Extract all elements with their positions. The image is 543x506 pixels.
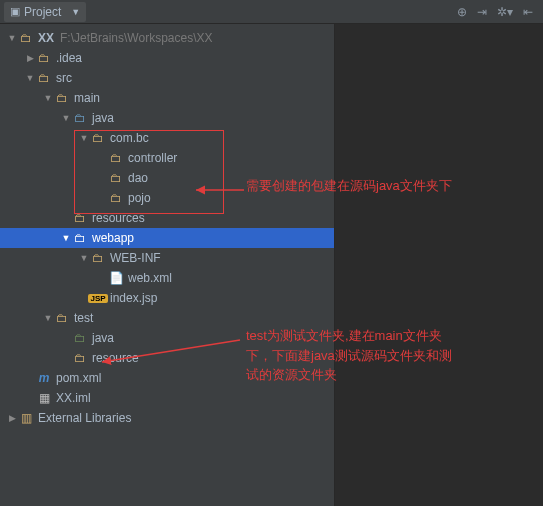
node-label: pom.xml (56, 371, 101, 385)
node-label: .idea (56, 51, 82, 65)
resources-folder-icon: 🗀 (72, 211, 88, 225)
expand-icon[interactable] (42, 93, 54, 103)
tree-webinf[interactable]: 🗀 WEB-INF (0, 248, 334, 268)
tree-external-libraries[interactable]: ▥ External Libraries (0, 408, 334, 428)
tree-test[interactable]: 🗀 test (0, 308, 334, 328)
folder-icon: 🗀 (72, 231, 88, 245)
annotation-text: 需要创建的包建在源码java文件夹下 (246, 178, 452, 193)
node-label: controller (128, 151, 177, 165)
node-label: index.jsp (110, 291, 157, 305)
project-name: XX (38, 31, 54, 45)
tree-iml[interactable]: ▦ XX.iml (0, 388, 334, 408)
expand-icon[interactable] (6, 413, 18, 423)
package-icon: 🗀 (108, 171, 124, 185)
tree-indexjsp[interactable]: JSP index.jsp (0, 288, 334, 308)
tree-webapp[interactable]: 🗀 webapp (0, 228, 334, 248)
expand-icon[interactable] (24, 73, 36, 83)
tree-idea[interactable]: 🗀 .idea (0, 48, 334, 68)
node-label: External Libraries (38, 411, 131, 425)
node-label: resource (92, 351, 139, 365)
tree-src[interactable]: 🗀 src (0, 68, 334, 88)
folder-icon: 🗀 (54, 311, 70, 325)
annotation-line: 试的资源文件夹 (246, 365, 541, 385)
node-label: webapp (92, 231, 134, 245)
tree-com-bc[interactable]: 🗀 com.bc (0, 128, 334, 148)
xml-file-icon: 📄 (108, 271, 124, 285)
node-label: XX.iml (56, 391, 91, 405)
project-tree: 🗀 XX F:\JetBrains\Workspaces\XX 🗀 .idea … (0, 24, 335, 506)
chevron-down-icon: ▼ (71, 7, 80, 17)
maven-file-icon: m (36, 371, 52, 385)
node-label: resources (92, 211, 145, 225)
node-label: WEB-INF (110, 251, 161, 265)
tree-resources[interactable]: 🗀 resources (0, 208, 334, 228)
package-icon: 🗀 (108, 191, 124, 205)
project-toolbar: ▣ Project ▼ ⊕ ⇥ ✲▾ ⇤ (0, 0, 543, 24)
settings-icon[interactable]: ✲▾ (497, 5, 513, 19)
expand-icon[interactable] (60, 113, 72, 123)
node-label: src (56, 71, 72, 85)
node-label: test (74, 311, 93, 325)
tree-main[interactable]: 🗀 main (0, 88, 334, 108)
expand-icon[interactable] (6, 33, 18, 43)
iml-file-icon: ▦ (36, 391, 52, 405)
package-icon: 🗀 (108, 151, 124, 165)
folder-icon: 🗀 (90, 251, 106, 265)
test-resources-folder-icon: 🗀 (72, 351, 88, 365)
annotation-text-1: 需要创建的包建在源码java文件夹下 (246, 176, 541, 196)
expand-icon[interactable] (78, 133, 90, 143)
expand-icon[interactable] (78, 253, 90, 263)
node-label: java (92, 331, 114, 345)
locate-icon[interactable]: ⊕ (457, 5, 467, 19)
libraries-icon: ▥ (18, 411, 34, 425)
project-path: F:\JetBrains\Workspaces\XX (60, 31, 213, 45)
annotation-line: test为测试文件夹,建在main文件夹 (246, 326, 541, 346)
annotation-text-2: test为测试文件夹,建在main文件夹 下，下面建java测试源码文件夹和测 … (246, 326, 541, 385)
expand-icon[interactable] (60, 233, 72, 243)
node-label: pojo (128, 191, 151, 205)
folder-icon: 🗀 (36, 51, 52, 65)
toolbar-title: Project (24, 5, 61, 19)
tree-webxml[interactable]: 📄 web.xml (0, 268, 334, 288)
jsp-file-icon: JSP (90, 294, 106, 303)
annotation-line: 下，下面建java测试源码文件夹和测 (246, 346, 541, 366)
folder-icon: 🗀 (36, 71, 52, 85)
project-icon: ▣ (10, 5, 20, 18)
tree-controller[interactable]: 🗀 controller (0, 148, 334, 168)
expand-icon[interactable] (42, 313, 54, 323)
folder-icon: 🗀 (54, 91, 70, 105)
node-label: web.xml (128, 271, 172, 285)
expand-icon[interactable] (24, 53, 36, 63)
collapse-icon[interactable]: ⇥ (477, 5, 487, 19)
node-label: com.bc (110, 131, 149, 145)
source-folder-icon: 🗀 (72, 111, 88, 125)
folder-icon: 🗀 (18, 31, 34, 45)
package-icon: 🗀 (90, 131, 106, 145)
project-view-selector[interactable]: ▣ Project ▼ (4, 2, 86, 22)
tree-java[interactable]: 🗀 java (0, 108, 334, 128)
node-label: main (74, 91, 100, 105)
tree-project-root[interactable]: 🗀 XX F:\JetBrains\Workspaces\XX (0, 28, 334, 48)
test-source-folder-icon: 🗀 (72, 331, 88, 345)
node-label: java (92, 111, 114, 125)
node-label: dao (128, 171, 148, 185)
hide-icon[interactable]: ⇤ (523, 5, 533, 19)
